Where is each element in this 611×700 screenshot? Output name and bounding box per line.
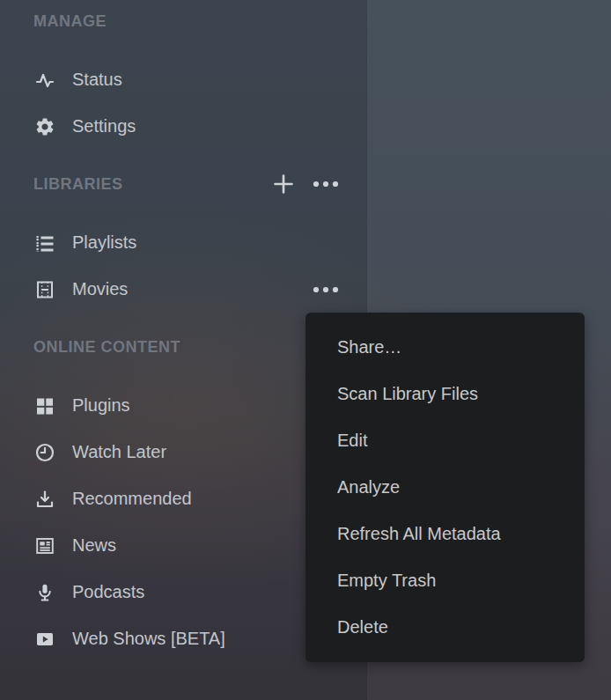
add-library-button[interactable] bbox=[271, 172, 296, 196]
film-icon bbox=[33, 278, 56, 301]
section-label: LIBRARIES bbox=[33, 175, 123, 193]
plus-icon bbox=[272, 173, 295, 195]
more-horizontal-icon bbox=[312, 180, 340, 188]
sidebar-item-label: Recommended bbox=[72, 489, 192, 509]
sidebar-section-libraries: LIBRARIES bbox=[0, 175, 367, 193]
sidebar-item-movies[interactable]: Movies bbox=[0, 266, 367, 313]
libraries-more-button[interactable] bbox=[313, 172, 338, 196]
sidebar-item-label: Plugins bbox=[72, 395, 130, 416]
menu-item-share[interactable]: Share… bbox=[306, 324, 585, 371]
activity-icon bbox=[33, 69, 56, 92]
microphone-icon bbox=[33, 581, 56, 604]
more-horizontal-icon bbox=[312, 285, 340, 294]
sidebar-item-label: Movies bbox=[72, 279, 128, 299]
plex-app-window: MANAGE Status Settings LIBRARIES bbox=[0, 0, 611, 700]
playlist-icon bbox=[33, 232, 56, 254]
download-icon bbox=[33, 488, 56, 511]
newspaper-icon bbox=[33, 534, 56, 557]
menu-item-edit[interactable]: Edit bbox=[306, 417, 585, 464]
sidebar-item-label: Podcasts bbox=[72, 582, 144, 602]
menu-item-analyze[interactable]: Analyze bbox=[306, 464, 585, 511]
sidebar-item-label: Web Shows [BETA] bbox=[72, 629, 225, 649]
play-video-icon bbox=[33, 628, 56, 651]
menu-item-refresh-all-metadata[interactable]: Refresh All Metadata bbox=[306, 511, 585, 557]
sidebar-item-label: Watch Later bbox=[72, 442, 166, 462]
sidebar-item-status[interactable]: Status bbox=[0, 56, 367, 103]
sidebar-item-label: Status bbox=[72, 70, 122, 90]
libraries-header-actions bbox=[271, 172, 338, 196]
movies-more-button[interactable] bbox=[313, 277, 338, 302]
sidebar-item-playlists[interactable]: Playlists bbox=[0, 219, 367, 266]
library-context-menu: Share… Scan Library Files Edit Analyze R… bbox=[306, 313, 585, 662]
clock-icon bbox=[33, 441, 56, 464]
section-label: MANAGE bbox=[33, 12, 107, 30]
section-label: ONLINE CONTENT bbox=[33, 338, 180, 356]
menu-item-empty-trash[interactable]: Empty Trash bbox=[306, 557, 585, 604]
gear-icon bbox=[33, 115, 56, 138]
menu-item-scan-library-files[interactable]: Scan Library Files bbox=[306, 371, 585, 417]
sidebar-item-label: News bbox=[72, 535, 116, 556]
sidebar-item-settings[interactable]: Settings bbox=[0, 103, 367, 150]
menu-item-delete[interactable]: Delete bbox=[306, 604, 585, 651]
sidebar-section-manage: MANAGE bbox=[0, 12, 367, 30]
grid-icon bbox=[33, 394, 56, 417]
sidebar-item-label: Settings bbox=[72, 116, 136, 136]
sidebar-item-label: Playlists bbox=[72, 232, 136, 253]
